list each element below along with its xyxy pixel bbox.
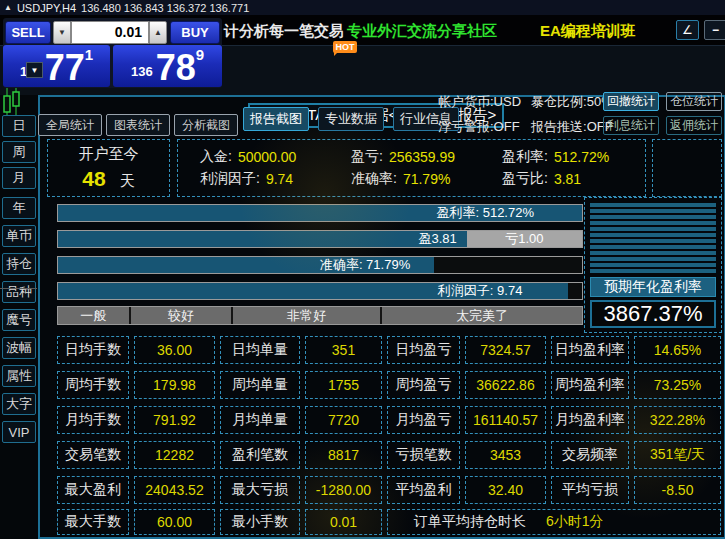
summary-stats-box: 入金:50000.00 利润因子:9.74 盈亏:256359.99 准确率:7… [177, 139, 646, 197]
stat-value-cell: -1280.00 [305, 476, 382, 504]
account-info-item-0: 帐户货币:USD [438, 93, 521, 111]
stat-label-cell: 月均盈亏 [387, 406, 460, 434]
stat-value-cell: 32.40 [465, 476, 546, 504]
table-row-2: 月均手数791.92月均单量7720月均盈亏161140.57月均盈利率322.… [57, 406, 721, 434]
stat-label-cell: 周均盈亏 [387, 371, 460, 399]
stat-value-cell: 179.98 [134, 371, 215, 399]
account-info-item-1: 暴仓比例:50% [531, 93, 613, 111]
minimize-button[interactable]: − [704, 20, 725, 40]
account-info-item-2: 浮亏警报:OFF [438, 118, 521, 136]
sidebar-separator [0, 288, 37, 289]
stat-button-3[interactable]: 返佣统计 [666, 116, 722, 135]
stat-value-cell: 8817 [305, 441, 382, 469]
rating-bar: 一般较好非常好太完美了 [57, 306, 583, 325]
buy-price-sup: 9 [196, 46, 204, 63]
stat-label-cell: 周均单量 [220, 371, 300, 399]
stat-button-0[interactable]: 回撤统计 [603, 92, 659, 111]
stat-value-cell: 791.92 [134, 406, 215, 434]
toolbar-button-1[interactable]: 专业数据 [318, 107, 384, 131]
hot-badge: HOT [333, 41, 357, 53]
toolbar-hidden-button-2[interactable]: 分析截图 [174, 114, 238, 136]
holding-time-label: 订单平均持仓时长 [414, 513, 526, 531]
stat-value-cell: 322.28% [634, 406, 721, 434]
report-buttons-row: 报告截图专业数据行业信息 [243, 107, 459, 131]
stat-accuracy: 准确率:71.79% [351, 168, 494, 190]
sell-price-sup: 1 [85, 46, 93, 63]
stripe [590, 203, 716, 207]
stat-label-cell: 最小手数 [220, 509, 300, 535]
stripe [590, 251, 716, 255]
sell-price[interactable]: 136 77 1 [3, 45, 110, 87]
buy-price[interactable]: 136 78 9 [113, 45, 222, 87]
training-link[interactable]: EA编程培训班 [540, 22, 636, 41]
volume-input[interactable]: 0.01 [71, 21, 149, 44]
stripe [590, 221, 716, 225]
sidebar-item-11[interactable]: VIP [2, 421, 36, 443]
performance-bar-1: 盈3.81亏1.00 [57, 230, 583, 248]
stripe [590, 245, 716, 249]
volume-down-button[interactable]: ▼ [53, 21, 71, 44]
side-spacer-box [652, 139, 722, 197]
performance-bar-3: 利润因子: 9.74 [57, 282, 583, 300]
stat-value-cell: 7720 [305, 406, 382, 434]
sell-button[interactable]: SELL [5, 21, 51, 44]
stat-value-cell: 351笔/天 [634, 441, 721, 469]
draw-tool-button[interactable]: ∠ [676, 20, 699, 40]
toolbar-hidden-button-0[interactable]: 全局统计 [38, 114, 102, 136]
sidebar-item-9[interactable]: 属性 [2, 365, 36, 387]
toolbar-hidden-button-1[interactable]: 图表统计 [106, 114, 170, 136]
bar-fill-3: 利润因子: 9.74 [58, 283, 568, 299]
stat-button-1[interactable]: 仓位统计 [666, 92, 722, 111]
stripe [590, 215, 716, 219]
volume-up-button[interactable]: ▲ [149, 21, 167, 44]
stat-label-cell: 交易笔数 [57, 441, 129, 469]
stat-button-2[interactable]: 利息统计 [603, 116, 659, 135]
stat-profit-rate: 盈利率:512.72% [502, 146, 645, 168]
buy-price-big: 78 [156, 53, 196, 83]
stripe [590, 239, 716, 243]
stat-label-cell: 平均盈利 [387, 476, 460, 504]
sidebar-item-6[interactable]: 品种 [2, 281, 36, 303]
stat-label-cell: 日均单量 [220, 336, 300, 364]
rating-segment-2: 非常好 [231, 307, 380, 324]
table-row-3: 交易笔数12282盈利笔数8817亏损笔数3453交易频率351笔/天 [57, 441, 721, 469]
account-age-label: 开户至今 [79, 145, 139, 164]
sidebar-item-0[interactable]: 日 [2, 115, 36, 137]
sidebar-item-4[interactable]: 单币 [2, 225, 36, 247]
bar-win-segment: 盈3.81 [58, 231, 467, 247]
annual-rate-value: 3867.37% [590, 300, 716, 328]
holding-time-cell: 订单平均持仓时长6小时1分 [387, 509, 721, 535]
stripe [590, 233, 716, 237]
stripe [590, 257, 716, 261]
stat-buttons-grid: 回撤统计仓位统计利息统计返佣统计 [603, 92, 722, 135]
stat-pnl: 盈亏:256359.99 [351, 146, 494, 168]
sidebar-item-8[interactable]: 波幅 [2, 337, 36, 359]
sidebar-item-7[interactable]: 魔号 [2, 309, 36, 331]
quote-dropdown-button[interactable]: ▼ [26, 62, 43, 78]
stat-label-cell: 月均单量 [220, 406, 300, 434]
sidebar-item-2[interactable]: 月 [2, 167, 36, 189]
account-age-value: 48 [82, 167, 105, 191]
stat-value-cell: 36622.86 [465, 371, 546, 399]
stat-value-cell: 73.25% [634, 371, 721, 399]
buy-button[interactable]: BUY [170, 21, 220, 44]
marquee-text: 计分析每一笔交易 [224, 22, 344, 41]
account-info-item-3: 报告推送:OFF [531, 118, 613, 136]
stat-profit-factor: 利润因子:9.74 [200, 168, 343, 190]
sidebar-item-10[interactable]: 大字 [2, 393, 36, 415]
sidebar-item-5[interactable]: 持仓 [2, 253, 36, 275]
bar-fill-0: 盈利率: 512.72% [58, 205, 582, 221]
sidebar-item-3[interactable]: 年 [2, 197, 36, 219]
table-row-5: 最大手数60.00最小手数0.01订单平均持仓时长6小时1分 [57, 509, 721, 535]
stat-label-cell: 日均盈亏 [387, 336, 460, 364]
stat-label-cell: 月均盈利率 [551, 406, 629, 434]
toolbar-button-0[interactable]: 报告截图 [243, 107, 309, 131]
performance-bar-0: 盈利率: 512.72% [57, 204, 583, 222]
sidebar-item-1[interactable]: 周 [2, 141, 36, 163]
stat-value-cell: 7324.57 [465, 336, 546, 364]
stat-label-cell: 平均亏损 [551, 476, 629, 504]
stat-label-cell: 最大亏损 [220, 476, 300, 504]
stat-value-cell: -8.50 [634, 476, 721, 504]
stat-label-cell: 盈利笔数 [220, 441, 300, 469]
community-link[interactable]: 专业外汇交流分享社区 [347, 22, 497, 41]
